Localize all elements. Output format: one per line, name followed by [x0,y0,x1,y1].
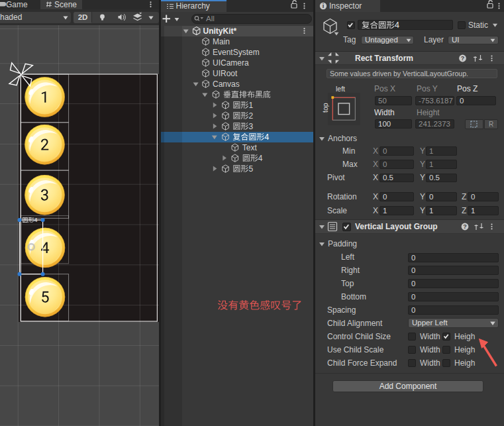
svg-text:3: 3 [248,122,253,131]
svg-text:UnityKit*: UnityKit* [203,27,237,36]
svg-text:?: ? [461,55,465,62]
svg-text:2: 2 [248,111,253,121]
svg-text:1: 1 [248,101,253,110]
svg-text:4: 4 [34,217,38,223]
svg-text:?: ? [463,223,467,230]
svg-text:Canvas: Canvas [213,80,240,89]
svg-text:5: 5 [248,164,253,174]
svg-text:top: top [321,103,329,113]
svg-text:Text: Text [242,143,258,152]
svg-text:4: 4 [264,133,269,142]
svg-text:UICamera: UICamera [213,58,249,68]
svg-text:EventSystem: EventSystem [213,48,260,57]
svg-text:Main: Main [213,37,230,46]
svg-text:4: 4 [395,21,399,30]
svg-text:i: i [323,3,325,9]
svg-text:4: 4 [258,154,263,163]
svg-text:UIRoot: UIRoot [213,69,238,78]
